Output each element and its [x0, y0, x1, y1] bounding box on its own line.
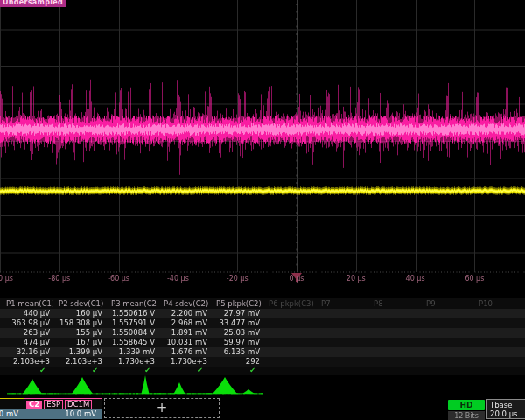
- measure-value-cell: 440 µV: [0, 309, 52, 318]
- measure-num-cell: 2.103e+3: [52, 357, 105, 367]
- measure-num-cell: [368, 357, 420, 367]
- measure-min-cell: 1.550084 V: [105, 328, 158, 338]
- measure-header-p8[interactable]: P8: [368, 298, 420, 309]
- timebase-label: Tbase: [487, 400, 525, 410]
- measure-value-cell: 27.97 mV: [210, 309, 262, 318]
- measure-min-cell: [368, 328, 420, 338]
- measure-max-cell: [368, 338, 420, 347]
- measure-min-cell: 155 µV: [52, 328, 105, 338]
- measure-status-check-icon: ✔: [210, 367, 262, 375]
- time-axis-label: 0 µs: [290, 275, 304, 283]
- measure-max-cell: 474 µV: [0, 338, 52, 347]
- measure-value-cell: 160 µV: [52, 309, 105, 318]
- measure-status-check-icon: [420, 367, 472, 375]
- measure-mean-cell: [420, 318, 472, 328]
- measure-num-cell: [262, 357, 315, 367]
- measure-status-check-icon: [368, 367, 420, 375]
- measure-min-cell: 25.03 mV: [210, 328, 262, 338]
- measure-min-cell: [420, 328, 472, 338]
- add-channel-button[interactable]: +: [104, 398, 220, 418]
- measure-status-check-icon: ✔: [158, 367, 210, 375]
- measure-sdev-cell: [420, 347, 472, 357]
- measure-status-check-icon: ✔: [52, 367, 105, 375]
- measure-mean-cell: 158.308 µV: [52, 318, 105, 328]
- measure-num-cell: 292: [210, 357, 262, 367]
- measure-num-cell: [420, 357, 472, 367]
- timebase-descriptor[interactable]: Tbase 20.0 µs: [486, 399, 525, 419]
- measure-header-p4[interactable]: P4 sdev(C2): [158, 298, 210, 309]
- measure-sdev-cell: [368, 347, 420, 357]
- adc-bits-label: 12 Bits: [448, 411, 485, 420]
- measure-mean-cell: [368, 318, 420, 328]
- measure-max-cell: 1.558645 V: [105, 338, 158, 347]
- measure-value-cell: 2.200 mV: [158, 309, 210, 318]
- measure-max-cell: 59.97 mV: [210, 338, 262, 347]
- measure-num-cell: 2.103e+3: [0, 357, 52, 367]
- measure-status-check-icon: ✔: [105, 367, 158, 375]
- measure-header-p1[interactable]: P1 mean(C1): [0, 298, 52, 309]
- measure-value-cell: [262, 309, 315, 318]
- measure-min-cell: 263 µV: [0, 328, 52, 338]
- measure-value-cell: [472, 309, 525, 318]
- measure-header-p7[interactable]: P7: [315, 298, 368, 309]
- channel-c2-coupling-badge: DC1M: [65, 400, 92, 410]
- time-axis-label: -40 µs: [167, 275, 189, 283]
- hd-badge[interactable]: HD: [448, 400, 485, 410]
- oscilloscope-screen: Undersampled -100 µs-80 µs-60 µs-40 µs-2…: [0, 0, 525, 420]
- channel-c2-label: C2: [26, 401, 42, 409]
- measure-min-cell: 1.891 mV: [158, 328, 210, 338]
- measure-header-p2[interactable]: P2 sdev(C1): [52, 298, 105, 309]
- measure-max-cell: 167 µV: [52, 338, 105, 347]
- measure-sdev-cell: [315, 347, 368, 357]
- measure-mean-cell: 33.477 mV: [210, 318, 262, 328]
- time-axis-label: -80 µs: [48, 275, 70, 283]
- measure-table: P1 mean(C1)P2 sdev(C1)P3 mean(C2)P4 sdev…: [0, 298, 525, 375]
- measure-status-check-icon: ✔: [0, 367, 52, 375]
- measure-max-cell: [262, 338, 315, 347]
- channel-c1-scale: 10.0 mV: [0, 410, 24, 419]
- measure-num-cell: 1.730e+3: [158, 357, 210, 367]
- measure-mean-cell: [315, 318, 368, 328]
- time-axis-label: -60 µs: [108, 275, 130, 283]
- measure-header-p6[interactable]: P6 pkpk(C3): [262, 298, 315, 309]
- measure-value-cell: [368, 309, 420, 318]
- acquisition-mode: HD 12 Bits: [448, 400, 485, 420]
- measure-value-cell: [420, 309, 472, 318]
- time-axis-label: 40 µs: [406, 275, 425, 283]
- plus-icon: +: [157, 400, 168, 416]
- measure-status-check-icon: [315, 367, 368, 375]
- measure-mean-cell: [262, 318, 315, 328]
- measure-mean-cell: 2.968 mV: [158, 318, 210, 328]
- measure-sdev-cell: [472, 347, 525, 357]
- measure-header-p5[interactable]: P5 pkpk(C2): [210, 298, 262, 309]
- measure-sdev-cell: 1.339 mV: [105, 347, 158, 357]
- measure-header-p3[interactable]: P3 mean(C2): [105, 298, 158, 309]
- measure-max-cell: [315, 338, 368, 347]
- measure-num-cell: 1.730e+3: [105, 357, 158, 367]
- measure-header-p9[interactable]: P9: [420, 298, 472, 309]
- timebase-value: 20.0 µs: [487, 410, 525, 418]
- time-axis-label: 60 µs: [465, 275, 484, 283]
- channel-c2-scale: 10.0 mV: [24, 410, 102, 419]
- time-axis-label: -100 µs: [0, 275, 13, 283]
- channel-descriptor-c2[interactable]: C2 ESP DC1M 10.0 mV: [24, 398, 102, 418]
- undersampled-warning: Undersampled: [0, 0, 66, 7]
- measure-value-cell: [315, 309, 368, 318]
- measure-min-cell: [315, 328, 368, 338]
- measure-num-cell: [315, 357, 368, 367]
- channel-c2-esp-badge: ESP: [44, 400, 63, 410]
- measure-mean-cell: 363.98 µV: [0, 318, 52, 328]
- measure-sdev-cell: 1.399 µV: [52, 347, 105, 357]
- channel-descriptor-c1[interactable]: C1 DC1M 10.0 mV: [0, 398, 24, 418]
- measure-value-cell: 1.550616 V: [105, 309, 158, 318]
- time-axis: -100 µs-80 µs-60 µs-40 µs-20 µs0 µs20 µs…: [0, 275, 525, 286]
- measure-header-p10[interactable]: P10: [472, 298, 525, 309]
- measure-sdev-cell: 6.135 mV: [210, 347, 262, 357]
- measure-min-cell: [472, 328, 525, 338]
- measure-max-cell: [420, 338, 472, 347]
- measure-sdev-cell: [262, 347, 315, 357]
- measure-sdev-cell: 1.676 mV: [158, 347, 210, 357]
- measure-sdev-cell: 32.16 µV: [0, 347, 52, 357]
- time-axis-label: -20 µs: [227, 275, 248, 283]
- measure-mean-cell: 1.557591 V: [105, 318, 158, 328]
